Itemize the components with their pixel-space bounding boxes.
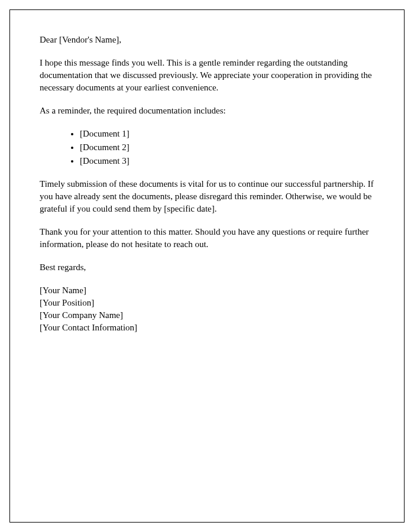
signature-block: [Your Name] [Your Position] [Your Compan… [40,284,374,334]
letter-page: Dear [Vendor's Name], I hope this messag… [9,9,405,523]
thankyou-paragraph: Thank you for your attention to this mat… [40,226,374,251]
list-item: [Document 1] [80,128,374,140]
list-item: [Document 3] [80,155,374,167]
submission-paragraph: Timely submission of these documents is … [40,178,374,215]
signature-name: [Your Name] [40,284,374,297]
document-list: [Document 1] [Document 2] [Document 3] [40,128,374,167]
closing: Best regards, [40,261,374,274]
signature-company: [Your Company Name] [40,309,374,322]
signature-position: [Your Position] [40,297,374,309]
intro-paragraph: I hope this message finds you well. This… [40,57,374,94]
reminder-paragraph: As a reminder, the required documentatio… [40,105,374,117]
list-item: [Document 2] [80,141,374,154]
signature-contact: [Your Contact Information] [40,322,374,334]
salutation: Dear [Vendor's Name], [40,34,374,46]
